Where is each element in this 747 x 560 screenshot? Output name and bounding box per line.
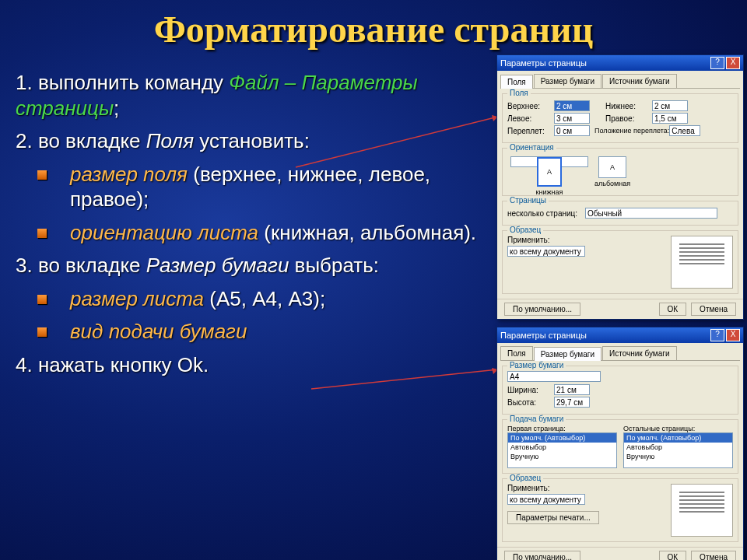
orientation-portrait[interactable]: Aкнижная: [510, 156, 588, 167]
group-paper-label: Размер бумаги: [507, 361, 566, 369]
default-button[interactable]: По умолчанию...: [504, 551, 580, 560]
height-label: Высота:: [507, 398, 554, 407]
step-2-text: 2. во вкладке: [16, 129, 146, 152]
step-2-tab: Поля: [146, 129, 194, 152]
tab-fields[interactable]: Поля: [500, 75, 533, 89]
step-1: 1. выполнить команду Файл – Параметры ст…: [16, 70, 490, 121]
step-1-text: 1. выполнить команду: [16, 71, 229, 94]
group-orientation: Ориентация Aкнижная Aальбомная: [502, 148, 738, 196]
cancel-button[interactable]: Отмена: [691, 303, 736, 316]
step-2-tail: установить:: [194, 129, 310, 152]
left-label: Левое:: [507, 114, 554, 123]
help-button[interactable]: ?: [710, 329, 724, 341]
width-input[interactable]: [554, 384, 590, 395]
multi-label: несколько страниц:: [507, 209, 585, 218]
bullet-4-term: вид подачи бумаги: [70, 320, 247, 343]
slide-title: Форматирование страниц: [0, 0, 747, 55]
list-item[interactable]: Вручную: [624, 452, 732, 461]
top-label: Верхнее:: [507, 102, 554, 110]
group-sample-label: Образец: [507, 226, 543, 234]
dialog-footer: По умолчанию... ОК Отмена: [497, 299, 743, 319]
tab-source[interactable]: Источник бумаги: [602, 74, 677, 88]
gutter-pos-input[interactable]: [669, 125, 700, 136]
step-3: 3. во вкладке Размер бумаги выбрать:: [16, 253, 490, 278]
preview-icon: [671, 236, 733, 289]
tab-strip: Поля Размер бумаги Источник бумаги: [500, 74, 740, 89]
list-item[interactable]: По умолч. (Автовыбор): [624, 433, 732, 443]
step-1-tail: ;: [114, 96, 119, 120]
titlebar: Параметры страницы ? X: [497, 55, 743, 71]
top-input[interactable]: [554, 100, 590, 111]
multi-select[interactable]: [585, 208, 717, 219]
list-item[interactable]: Автовыбор: [624, 443, 732, 452]
other-pages-list[interactable]: По умолч. (Автовыбор) Автовыбор Вручную: [623, 432, 733, 468]
step-3-tab: Размер бумаги: [146, 254, 289, 277]
orientation-landscape-label: альбомная: [594, 180, 630, 187]
default-button[interactable]: По умолчанию...: [504, 303, 580, 316]
list-item[interactable]: По умолч. (Автовыбор): [508, 433, 616, 443]
group-fields: Поля Верхнее: Нижнее: Левое: Правое: Пер…: [502, 93, 738, 143]
dialog-title: Параметры страницы: [500, 331, 709, 340]
gutter-input[interactable]: [554, 125, 590, 136]
group-pages-label: Страницы: [507, 196, 549, 205]
bullet-paper-size: размер листа (А5, А4, А3);: [16, 286, 490, 312]
ok-button[interactable]: ОК: [659, 303, 687, 316]
apply-label: Применить:: [507, 484, 599, 492]
apply-select[interactable]: [507, 494, 585, 505]
first-page-list[interactable]: По умолч. (Автовыбор) Автовыбор Вручную: [507, 432, 617, 468]
height-input[interactable]: [554, 397, 590, 408]
dialog-page-setup-fields: Параметры страницы ? X Поля Размер бумаг…: [496, 54, 744, 320]
cancel-button[interactable]: Отмена: [691, 551, 736, 560]
dialog-footer: По умолчанию... ОК Отмена: [497, 547, 743, 560]
bullet-2-tail: (книжная, альбомная).: [258, 221, 476, 244]
step-3-text: 3. во вкладке: [16, 254, 146, 277]
close-button[interactable]: X: [726, 57, 740, 69]
other-pages-label: Остальные страницы:: [623, 425, 733, 432]
dialog-title: Параметры страницы: [500, 58, 709, 68]
right-input[interactable]: [652, 113, 688, 124]
group-fields-label: Поля: [507, 89, 531, 97]
bottom-input[interactable]: [652, 100, 688, 111]
ok-button[interactable]: ОК: [659, 551, 687, 560]
right-label: Правое:: [605, 114, 652, 123]
bullet-3-tail: (А5, А4, А3);: [204, 287, 325, 310]
bullet-feed: вид подачи бумаги: [16, 319, 490, 345]
group-sample: Образец Применить: Параметры печати...: [502, 478, 738, 542]
list-item[interactable]: Автовыбор: [508, 443, 616, 452]
gutter-pos-label: Положение переплета:: [594, 127, 669, 135]
width-label: Ширина:: [507, 386, 554, 394]
tab-paper[interactable]: Размер бумаги: [534, 74, 601, 88]
bottom-label: Нижнее:: [605, 102, 652, 110]
group-feed: Подача бумаги Первая страница: По умолч.…: [502, 419, 738, 474]
group-sample: Образец Применить:: [502, 230, 738, 294]
bullet-field-size: размер поля (верхнее, нижнее, левое, пра…: [16, 162, 490, 212]
apply-label: Применить:: [507, 236, 585, 244]
preview-icon: [671, 484, 733, 537]
step-3-tail: выбрать:: [289, 254, 379, 277]
close-button[interactable]: X: [726, 329, 740, 341]
step-2: 2. во вкладке Поля установить:: [16, 128, 490, 154]
bullet-1-term: размер поля: [70, 163, 188, 186]
tab-fields[interactable]: Поля: [500, 346, 533, 360]
bullet-2-term: ориентацию листа: [70, 221, 258, 244]
paper-size-select[interactable]: [507, 371, 601, 382]
step-4: 4. нажать кнопку Ok.: [16, 352, 490, 378]
orientation-landscape[interactable]: Aальбомная: [594, 156, 630, 187]
group-sample-label: Образец: [507, 474, 543, 482]
group-pages: Страницы несколько страниц:: [502, 201, 738, 226]
help-button[interactable]: ?: [710, 57, 724, 69]
tab-paper[interactable]: Размер бумаги: [534, 347, 601, 361]
first-page-label: Первая страница:: [507, 425, 617, 432]
dialog-page-setup-paper: Параметры страницы ? X Поля Размер бумаг…: [496, 327, 744, 560]
list-item[interactable]: Вручную: [508, 452, 616, 461]
left-input[interactable]: [554, 113, 590, 124]
apply-select[interactable]: [507, 246, 585, 257]
tab-source[interactable]: Источник бумаги: [602, 346, 677, 360]
bullet-3-term: размер листа: [70, 287, 204, 310]
group-feed-label: Подача бумаги: [507, 415, 566, 423]
gutter-label: Переплет:: [507, 127, 554, 135]
bullet-orientation: ориентацию листа (книжная, альбомная).: [16, 220, 490, 246]
print-options-button[interactable]: Параметры печати...: [507, 511, 599, 524]
titlebar: Параметры страницы ? X: [497, 327, 743, 343]
tab-strip: Поля Размер бумаги Источник бумаги: [500, 346, 740, 361]
